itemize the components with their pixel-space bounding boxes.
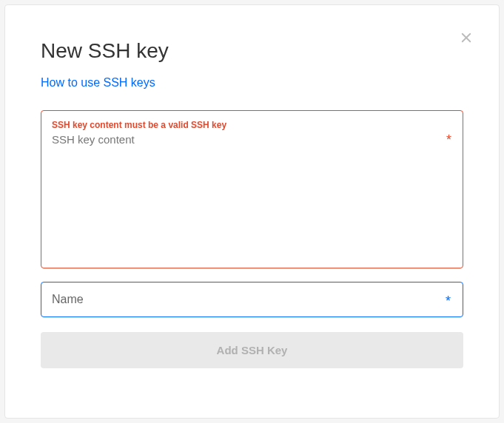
ssh-key-content-field: SSH key content must be a valid SSH key … [41, 110, 463, 268]
ssh-key-content-input[interactable] [52, 133, 452, 251]
name-input[interactable] [52, 293, 432, 306]
new-ssh-key-modal: New SSH key How to use SSH keys SSH key … [4, 4, 500, 419]
required-asterisk-icon: * [446, 294, 451, 309]
name-field: * [41, 282, 463, 317]
add-ssh-key-button[interactable]: Add SSH Key [41, 332, 463, 368]
ssh-key-error-message: SSH key content must be a valid SSH key [52, 120, 452, 130]
ssh-key-content-box: SSH key content must be a valid SSH key [41, 110, 463, 268]
close-icon[interactable] [460, 31, 473, 44]
name-box: * [41, 282, 463, 317]
page-title: New SSH key [41, 39, 463, 63]
how-to-use-ssh-keys-link[interactable]: How to use SSH keys [41, 76, 155, 89]
required-asterisk-icon: * [446, 132, 451, 148]
